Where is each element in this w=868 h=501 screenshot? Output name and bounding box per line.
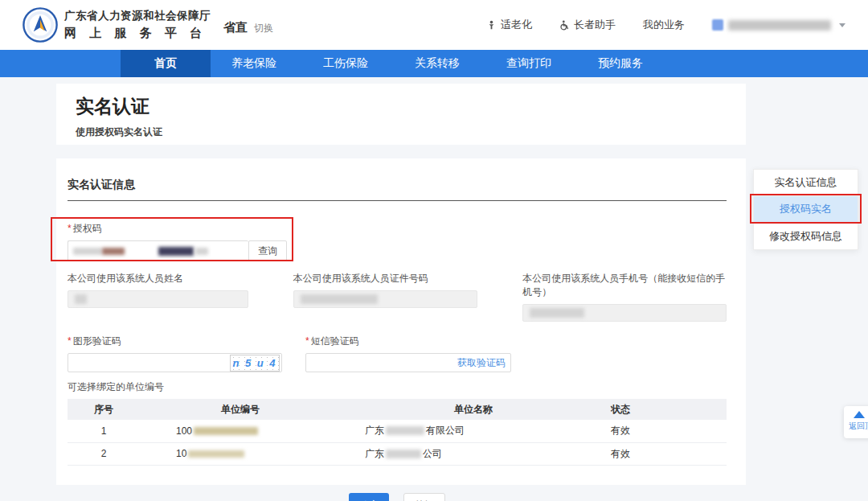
region-name: 省直 — [223, 20, 248, 35]
row2-unit-name: 广东公司 — [341, 442, 606, 465]
auth-code-redacted — [158, 247, 194, 256]
required-mark: * — [68, 223, 72, 234]
elder-mode-icon — [486, 20, 497, 31]
my-business-label: 我的业务 — [643, 18, 685, 32]
form-actions: 确定 关闭 — [68, 493, 727, 501]
nav-item-injury[interactable]: 工伤保险 — [323, 50, 368, 77]
elder-mode-link[interactable]: 适老化 — [486, 18, 532, 32]
person-phone-input — [522, 304, 727, 322]
person-name-field-group: 本公司使用该系统人员姓名 — [68, 272, 248, 322]
section-title: 实名认证信息 — [68, 178, 727, 192]
auth-code-label: *授权码 — [68, 222, 727, 236]
user-menu[interactable] — [712, 19, 845, 31]
org-name: 广东省人力资源和社会保障厅 — [64, 9, 211, 23]
auth-form-card: 实名认证信息 *授权码 查询 本公司使用该系统人员姓名 本公司使用该系统人员证件… — [56, 158, 746, 485]
row1-status: 有效 — [606, 420, 727, 442]
auth-code-redacted — [195, 248, 208, 255]
side-item-auth-info[interactable]: 实名认证信息 — [754, 170, 858, 196]
table-row[interactable]: 1 100 广东有限公司 有效 — [68, 420, 727, 442]
person-phone-redacted — [530, 308, 584, 318]
captcha-image[interactable]: n 5 u 4 — [230, 355, 280, 372]
my-business-link[interactable]: 我的业务 — [643, 18, 685, 32]
user-avatar — [712, 19, 723, 31]
user-name-redacted — [728, 20, 831, 31]
captcha-label: *图形验证码 — [68, 335, 282, 348]
col-header-unit-no: 单位编号 — [140, 399, 341, 420]
row1-unit-no: 100 — [140, 420, 341, 442]
person-name-redacted — [75, 294, 87, 304]
row2-unit-no: 10 — [140, 442, 341, 465]
verification-row: *图形验证码 n 5 u 4 *短信验证码 获取验证码 — [68, 335, 727, 372]
person-name-input — [68, 290, 248, 308]
person-id-label: 本公司使用该系统人员证件号码 — [293, 272, 478, 285]
back-to-top-label: 返回顶部 — [849, 421, 868, 432]
person-id-input — [293, 290, 478, 308]
side-anchor-menu: 实名认证信息 授权码实名 修改授权码信息 — [753, 169, 858, 250]
page-subtitle: 使用授权码实名认证 — [76, 125, 746, 139]
person-id-field-group: 本公司使用该系统人员证件号码 — [293, 272, 478, 322]
side-item-modify-code[interactable]: 修改授权码信息 — [754, 223, 858, 249]
person-phone-field-group: 本公司使用该系统人员手机号（能接收短信的手机号） — [522, 272, 727, 322]
row1-unit-no-redacted — [194, 427, 258, 435]
wheelchair-icon — [559, 20, 570, 31]
nav-item-query-print[interactable]: 查询打印 — [506, 50, 551, 77]
gdhrss-logo-icon — [23, 7, 58, 43]
row2-no: 2 — [68, 442, 140, 465]
col-header-unit-name: 单位名称 — [341, 399, 606, 420]
chevron-down-icon — [839, 23, 845, 27]
arrow-up-icon — [854, 411, 865, 418]
row1-no: 1 — [68, 420, 140, 442]
table-row[interactable]: 2 10 广东公司 有效 — [68, 442, 727, 465]
elder-helper-label: 长者助手 — [574, 18, 616, 32]
main-nav: 首页 养老保险 工伤保险 关系转移 查询打印 预约服务 — [0, 50, 868, 77]
captcha-field-group: *图形验证码 n 5 u 4 — [68, 335, 282, 372]
region-block: 省直 切换 — [223, 20, 273, 35]
required-mark: * — [305, 335, 309, 347]
row2-status: 有效 — [606, 442, 727, 465]
captcha-input[interactable]: n 5 u 4 — [68, 353, 282, 372]
region-switch-link[interactable]: 切换 — [254, 22, 273, 35]
units-table: 序号 单位编号 单位名称 状态 1 100 广东有限公司 有效 2 10 — [68, 399, 727, 466]
auth-code-field-group: *授权码 查询 — [68, 222, 727, 261]
nav-item-transfer[interactable]: 关系转移 — [415, 50, 460, 77]
row1-unit-name-redacted — [386, 426, 424, 435]
get-sms-code-button[interactable]: 获取验证码 — [457, 356, 509, 370]
close-button[interactable]: 关闭 — [403, 493, 445, 501]
top-header: 广东省人力资源和社会保障厅 网 上 服 务 平 台 省直 切换 适老化 长者助手… — [0, 0, 868, 50]
platform-name: 网 上 服 务 平 台 — [64, 26, 211, 41]
col-header-no: 序号 — [68, 399, 140, 420]
site-title: 广东省人力资源和社会保障厅 网 上 服 务 平 台 — [64, 9, 211, 41]
confirm-button[interactable]: 确定 — [349, 493, 389, 501]
col-header-status: 状态 — [606, 399, 727, 420]
row2-unit-no-redacted — [188, 450, 244, 458]
elder-mode-label: 适老化 — [501, 18, 532, 32]
person-id-redacted — [301, 294, 378, 304]
back-to-top-button[interactable]: 返回顶部 — [844, 406, 868, 438]
units-table-header-row: 序号 单位编号 单位名称 状态 — [68, 399, 727, 420]
row2-unit-name-redacted — [386, 450, 421, 458]
section-divider — [68, 200, 727, 201]
units-table-caption: 可选择绑定的单位编号 — [68, 380, 727, 394]
sms-code-label: *短信验证码 — [305, 335, 511, 348]
required-mark: * — [68, 335, 72, 347]
nav-item-home[interactable]: 首页 — [121, 50, 211, 77]
auth-code-redacted — [102, 248, 125, 255]
nav-item-appointment[interactable]: 预约服务 — [598, 50, 643, 77]
sms-code-input[interactable]: 获取验证码 — [305, 353, 511, 372]
sms-code-field-group: *短信验证码 获取验证码 — [305, 335, 511, 372]
side-item-auth-code[interactable]: 授权码实名 — [754, 196, 858, 223]
auth-code-input[interactable] — [68, 240, 248, 261]
page-title: 实名认证 — [76, 94, 746, 119]
query-button[interactable]: 查询 — [248, 240, 287, 261]
elder-helper-link[interactable]: 长者助手 — [559, 18, 616, 32]
person-phone-label: 本公司使用该系统人员手机号（能接收短信的手机号） — [522, 272, 727, 299]
auth-code-redacted — [73, 248, 102, 255]
nav-item-pension[interactable]: 养老保险 — [231, 50, 276, 77]
person-name-label: 本公司使用该系统人员姓名 — [68, 272, 248, 285]
person-info-row: 本公司使用该系统人员姓名 本公司使用该系统人员证件号码 本公司使用该系统人员手机… — [68, 272, 727, 322]
page-banner: 实名认证 使用授权码实名认证 — [56, 84, 746, 145]
row1-unit-name: 广东有限公司 — [341, 420, 606, 442]
